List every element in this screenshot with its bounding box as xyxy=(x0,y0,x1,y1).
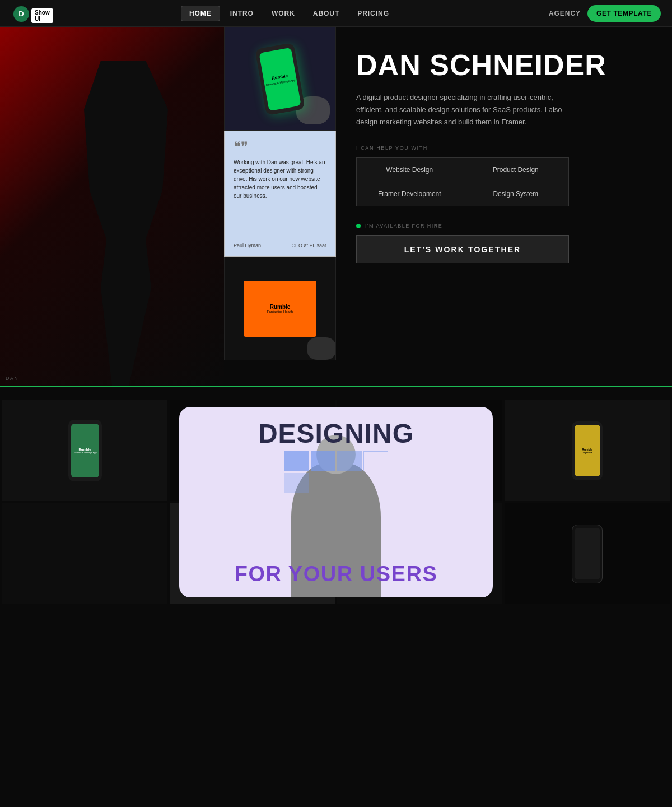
card-app-mockup: Rumble Connect & Manage App xyxy=(224,27,336,131)
designing-text: DESIGNING xyxy=(179,418,493,449)
nav-pricing[interactable]: PRICING xyxy=(349,6,397,21)
portfolio-cell-8 xyxy=(505,503,670,604)
gold-phone: Rumble Onymous xyxy=(572,421,603,480)
work-together-button[interactable]: LET'S WORK TOGETHER xyxy=(356,235,569,263)
nav-about[interactable]: ABOUT xyxy=(305,6,347,21)
main-nav: HOME INTRO WORK ABOUT PRICING xyxy=(181,6,397,21)
monitor-sub-text: Fantastics Health xyxy=(267,310,293,313)
testimonial-footer: Paul Hyman CEO at Pulsaar xyxy=(234,243,326,248)
testimonial-text: Working with Dan was great. He's an exce… xyxy=(234,158,326,200)
skill-design-system: Design System xyxy=(463,182,569,206)
portfolio-cell-5 xyxy=(2,503,167,604)
testimonial-author: Paul Hyman xyxy=(234,243,261,248)
nav-intro[interactable]: INTRO xyxy=(222,6,262,21)
phone-mockup: Rumble Connect & Manage App xyxy=(255,42,305,115)
port-rumble-gold-sub: Onymous xyxy=(582,451,592,454)
testimonial-role: CEO at Pulsaar xyxy=(291,243,326,248)
nav-work[interactable]: WORK xyxy=(264,6,303,21)
phone-screen: Rumble Connect & Manage App xyxy=(259,47,301,110)
portfolio-section: Rumble Connect & Manage App Rumble Onymo… xyxy=(0,386,672,618)
nav-right: AGENCY GET TEMPLATE xyxy=(549,5,661,22)
port-phone-screen-1: Rumble Connect & Manage App xyxy=(71,424,99,477)
person-silhouette xyxy=(67,61,179,386)
port-phone-1: Rumble Connect & Manage App xyxy=(68,420,102,481)
portfolio-grid: Rumble Connect & Manage App Rumble Onymo… xyxy=(0,398,672,606)
portfolio-cell-1: Rumble Connect & Manage App xyxy=(2,400,167,501)
portfolio-cell-4: Rumble Onymous xyxy=(505,400,670,501)
for-users-text: FOR YOUR USERS xyxy=(179,562,493,586)
nav-home[interactable]: HOME xyxy=(181,6,220,21)
card-testimonial: ❝❞ Working with Dan was great. He's an e… xyxy=(224,131,336,257)
hero-name: DAN SCHNEIDER xyxy=(356,49,652,81)
quote-icon: ❝❞ xyxy=(234,140,326,154)
top-bar: Show UI D HOME INTRO WORK ABOUT PRICING … xyxy=(0,0,672,27)
get-template-button[interactable]: GET TEMPLATE xyxy=(587,5,661,22)
card-monitor-mockup: Rumble Fantastics Health xyxy=(224,257,336,360)
silhouette-bg xyxy=(0,27,224,386)
available-row: I'M AVAILABLE FOR HIRE xyxy=(356,223,652,229)
monitor-mockup: Rumble Fantastics Health xyxy=(244,281,316,337)
black-phone xyxy=(572,525,603,583)
available-text: I'M AVAILABLE FOR HIRE xyxy=(365,223,442,229)
hero-description: A digital product designer specializing … xyxy=(356,91,569,128)
can-help-label: I CAN HELP YOU WITH xyxy=(356,145,652,151)
dan-label: DAN xyxy=(6,375,18,381)
available-indicator xyxy=(356,224,361,228)
port-rumble-sub: Connect & Manage App xyxy=(73,451,96,454)
overlay-person: DESIGNING FOR YOUR USER xyxy=(179,407,493,597)
monitor-rumble-text: Rumble xyxy=(270,304,291,310)
skill-product-design: Product Design xyxy=(463,158,569,182)
gold-screen: Rumble Onymous xyxy=(575,425,600,476)
center-overlay: DESIGNING FOR YOUR USER xyxy=(179,407,493,597)
skills-grid: Website Design Product Design Framer Dev… xyxy=(356,157,569,206)
hero-cards: Rumble Connect & Manage App ❝❞ Working w… xyxy=(224,27,336,386)
black-screen xyxy=(575,528,600,579)
hero-section: DAN Rumble Connect & Manage App ❝❞ Worki… xyxy=(0,27,672,386)
rock2-decoration xyxy=(307,337,335,360)
hero-left-silhouette: DAN xyxy=(0,27,224,386)
skill-framer-dev: Framer Development xyxy=(357,182,463,206)
avatar[interactable]: D xyxy=(13,6,29,22)
skill-website-design: Website Design xyxy=(357,158,463,182)
hero-content: DAN SCHNEIDER A digital product designer… xyxy=(336,27,672,386)
show-ui-badge[interactable]: Show UI xyxy=(31,8,53,23)
agency-link[interactable]: AGENCY xyxy=(549,10,581,17)
